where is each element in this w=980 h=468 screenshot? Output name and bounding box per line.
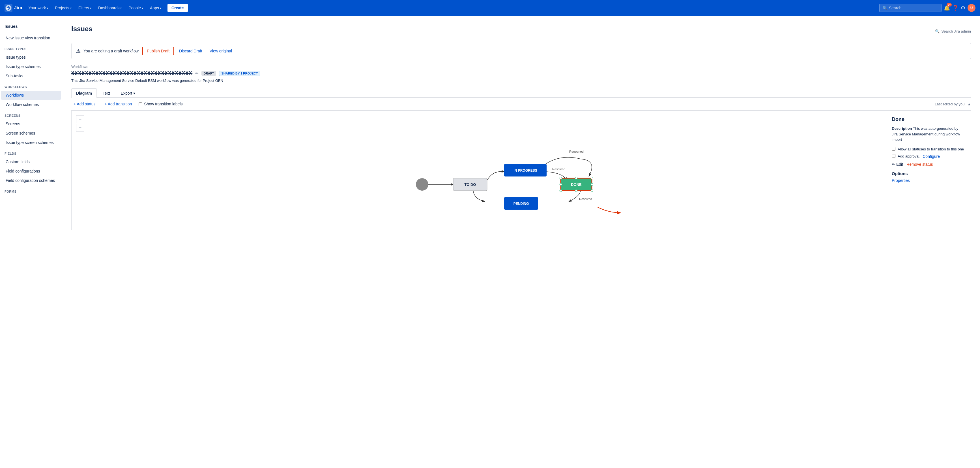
workflow-description: This Jira Service Management Service Def… (71, 78, 971, 83)
sidebar-section-screens: SCREENS (0, 109, 62, 119)
topnav-right-section: 🔍 🔔 9+ ❓ ⚙ U (879, 4, 975, 12)
sidebar-item-issue-type-schemes[interactable]: Issue type schemes (1, 62, 61, 71)
svg-point-13 (560, 190, 562, 192)
tab-text[interactable]: Text (98, 88, 115, 98)
app-layout: Issues New issue view transition ISSUE T… (0, 0, 980, 468)
page-title: Issues (71, 25, 92, 33)
start-node (416, 178, 428, 191)
configure-link[interactable]: Configure (923, 154, 940, 159)
svg-text:☁: ☁ (6, 6, 9, 10)
sidebar-item-field-configurations[interactable]: Field configurations (1, 166, 61, 176)
workflow-title: XXXXXXXXXXXXXXXXXXXXXXXXXXXXXXXXXXX (71, 70, 192, 76)
workflow-diagram[interactable]: Resolved Reopened Resolved (72, 111, 970, 230)
chevron-down-icon: ▾ (70, 6, 72, 10)
sidebar-section-forms: FORMS (0, 185, 62, 195)
svg-point-16 (575, 190, 578, 192)
sidebar: Issues New issue view transition ISSUE T… (0, 16, 62, 468)
chevron-down-icon: ▾ (120, 6, 122, 10)
svg-text:IN PROGRESS: IN PROGRESS (514, 169, 537, 173)
panel-description: Description This was auto-generated by J… (892, 126, 965, 142)
sidebar-section-fields: FIELDS (0, 147, 62, 157)
svg-point-12 (591, 177, 593, 179)
help-button[interactable]: ❓ (952, 5, 958, 11)
nav-people[interactable]: People ▾ (126, 4, 146, 12)
zoom-in-button[interactable]: + (76, 115, 84, 123)
allow-all-statuses-row: Allow all statuses to transition to this… (892, 147, 965, 151)
main-content: Issues 🔍 Search Jira admin ⚠ You are edi… (62, 16, 980, 468)
notifications-badge: 9+ (947, 3, 952, 6)
svg-point-14 (591, 190, 593, 192)
options-title: Options (892, 171, 965, 176)
shared-badge: SHARED BY 1 PROJECT (219, 71, 261, 76)
workflow-tabs: Diagram Text Export ▾ (71, 88, 971, 98)
diagram-wrapper: + − Resolved (71, 110, 971, 230)
sidebar-section-workflows: WORKFLOWS (0, 81, 62, 90)
search-icon: 🔍 (882, 6, 887, 10)
svg-text:Reopened: Reopened (569, 150, 584, 153)
sidebar-item-workflow-schemes[interactable]: Workflow schemes (1, 100, 61, 109)
status-detail-panel: Done Description This was auto-generated… (886, 111, 970, 230)
svg-text:Resolved: Resolved (579, 197, 592, 201)
sidebar-item-new-issue-transition[interactable]: New issue view transition (1, 34, 61, 43)
transition-labels-input[interactable] (138, 102, 142, 106)
show-transition-labels-checkbox[interactable]: Show transition labels (138, 102, 183, 106)
view-original-button[interactable]: View original (207, 47, 234, 55)
create-button[interactable]: Create (167, 4, 188, 12)
search-icon: 🔍 (935, 29, 940, 34)
add-transition-button[interactable]: + Add transition (102, 101, 134, 107)
nav-dashboards[interactable]: Dashboards ▾ (95, 4, 125, 12)
search-input[interactable] (889, 6, 934, 10)
properties-link[interactable]: Properties (892, 178, 910, 183)
edit-workflow-icon[interactable]: ✏ (195, 71, 199, 76)
search-admin-button[interactable]: 🔍 Search Jira admin (935, 29, 971, 34)
svg-point-18 (591, 183, 593, 185)
sidebar-item-sub-tasks[interactable]: Sub-tasks (1, 71, 61, 80)
nav-your-work[interactable]: Your work ▾ (25, 4, 51, 12)
pencil-icon: ✏ (892, 162, 895, 166)
tab-export[interactable]: Export ▾ (116, 88, 140, 98)
last-edited-info: Last edited by you, ▲ (935, 102, 971, 106)
draft-badge: DRAFT (201, 71, 216, 76)
settings-button[interactable]: ⚙ (961, 5, 965, 11)
main-navigation: Your work ▾ Projects ▾ Filters ▾ Dashboa… (25, 4, 164, 12)
nav-filters[interactable]: Filters ▾ (76, 4, 94, 12)
warning-icon: ⚠ (76, 48, 81, 54)
diagram-toolbar: + Add status + Add transition Show trans… (71, 98, 971, 110)
svg-point-17 (560, 183, 562, 185)
chevron-down-icon: ▾ (160, 6, 161, 10)
description-label: Description (892, 126, 912, 131)
sidebar-item-issue-type-screen-schemes[interactable]: Issue type screen schemes (1, 138, 61, 147)
svg-text:Resolved: Resolved (552, 168, 565, 171)
top-navigation: ☁ Jira Your work ▾ Projects ▾ Filters ▾ … (0, 0, 980, 16)
avatar[interactable]: U (967, 4, 975, 12)
panel-title: Done (892, 117, 965, 122)
discard-draft-button[interactable]: Discard Draft (177, 47, 205, 55)
tab-diagram[interactable]: Diagram (71, 88, 97, 98)
global-search[interactable]: 🔍 (879, 4, 942, 12)
sidebar-top-label: Issues (0, 22, 62, 33)
sidebar-item-issue-types[interactable]: Issue types (1, 53, 61, 62)
chevron-down-icon: ▾ (133, 91, 135, 96)
sidebar-item-field-configuration-schemes[interactable]: Field configuration schemes (1, 176, 61, 185)
svg-point-11 (560, 177, 562, 179)
publish-draft-button[interactable]: Publish Draft (142, 47, 174, 55)
diagram-area[interactable]: + − Resolved (71, 110, 971, 230)
edit-status-button[interactable]: ✏ Edit (892, 162, 903, 166)
notifications-button[interactable]: 🔔 9+ (944, 5, 950, 11)
svg-text:TO DO: TO DO (465, 182, 476, 187)
nav-apps[interactable]: Apps ▾ (147, 4, 164, 12)
zoom-out-button[interactable]: − (76, 124, 84, 132)
add-status-button[interactable]: + Add status (71, 101, 98, 107)
sidebar-item-custom-fields[interactable]: Custom fields (1, 157, 61, 166)
app-logo[interactable]: ☁ Jira (5, 4, 22, 12)
add-approval-checkbox[interactable] (892, 154, 896, 158)
allow-all-statuses-checkbox[interactable] (892, 147, 896, 151)
remove-status-button[interactable]: Remove status (907, 162, 933, 166)
nav-projects[interactable]: Projects ▾ (52, 4, 75, 12)
breadcrumb: Workflows (71, 65, 971, 69)
sidebar-item-screens[interactable]: Screens (1, 119, 61, 128)
chevron-down-icon: ▾ (47, 6, 48, 10)
sidebar-item-workflows[interactable]: Workflows (1, 91, 61, 100)
sidebar-section-issue-types: ISSUE TYPES (0, 43, 62, 53)
sidebar-item-screen-schemes[interactable]: Screen schemes (1, 129, 61, 138)
